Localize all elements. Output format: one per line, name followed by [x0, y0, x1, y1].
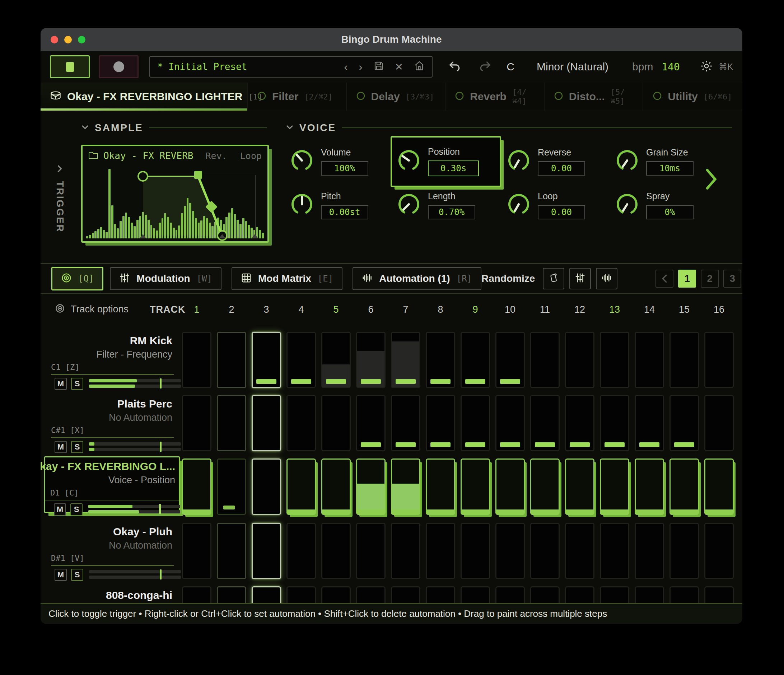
- tab-fx-4[interactable]: Reverb[4/⌘4]: [445, 82, 544, 110]
- step-cell-16[interactable]: [704, 459, 734, 515]
- param-value[interactable]: 0.00st: [321, 205, 368, 219]
- redo-icon[interactable]: [478, 60, 492, 73]
- step-cell-12[interactable]: [565, 395, 594, 451]
- step-cell-2[interactable]: [217, 332, 246, 388]
- knob[interactable]: [290, 149, 314, 174]
- undo-icon[interactable]: [448, 60, 462, 73]
- step-cell-15[interactable]: [669, 459, 699, 515]
- step-cell-5[interactable]: [321, 523, 351, 579]
- param-value[interactable]: 10ms: [646, 161, 694, 176]
- step-cell-13[interactable]: [600, 395, 629, 451]
- step-cell-11[interactable]: [530, 395, 560, 451]
- step-cell-13[interactable]: [600, 459, 629, 515]
- step-cell-15[interactable]: [669, 395, 699, 451]
- knob[interactable]: [397, 149, 421, 174]
- knob[interactable]: [397, 193, 421, 218]
- reverse-toggle[interactable]: Rev.: [206, 151, 227, 161]
- step-cell-3[interactable]: [252, 395, 281, 451]
- step-cell-5[interactable]: [321, 332, 351, 388]
- step-cell-2[interactable]: [217, 523, 246, 579]
- mute-button[interactable]: M: [54, 569, 67, 581]
- step-cell-16[interactable]: [704, 395, 734, 451]
- track-name[interactable]: Okay - FX REVERBINGO L...: [40, 460, 175, 473]
- step-cell-5[interactable]: [321, 395, 351, 451]
- step-cell-3[interactable]: [252, 459, 281, 515]
- step-cell-14[interactable]: [635, 395, 664, 451]
- step-cell-4[interactable]: [286, 332, 316, 388]
- knob[interactable]: [507, 193, 530, 218]
- save-preset-icon[interactable]: [373, 60, 384, 74]
- track-level-sliders[interactable]: [89, 442, 181, 453]
- step-cell-1[interactable]: [182, 395, 212, 451]
- step-cell-15[interactable]: [669, 523, 699, 579]
- step-cell-10[interactable]: [495, 395, 525, 451]
- step-cell-14[interactable]: [635, 523, 664, 579]
- param-value[interactable]: 0.00: [538, 205, 585, 219]
- step-cell-7[interactable]: [391, 395, 420, 451]
- step-cell-6[interactable]: [356, 332, 386, 388]
- track-name[interactable]: RM Kick: [130, 334, 172, 347]
- knob[interactable]: [615, 193, 639, 218]
- loop-toggle[interactable]: Loop: [240, 151, 262, 161]
- folder-icon[interactable]: [88, 151, 98, 161]
- track-level-sliders[interactable]: [89, 378, 181, 389]
- solo-button[interactable]: S: [70, 503, 82, 516]
- step-cell-11[interactable]: [530, 523, 560, 579]
- record-button[interactable]: [99, 55, 138, 78]
- collapse-sample-icon[interactable]: [81, 124, 89, 131]
- trigger-section-toggle[interactable]: TRIGGER: [51, 165, 68, 233]
- step-cell-7[interactable]: [391, 459, 420, 515]
- step-cell-12[interactable]: [565, 523, 594, 579]
- previous-preset-icon[interactable]: ‹: [344, 61, 348, 73]
- step-cell-3[interactable]: [252, 523, 281, 579]
- tab-fx-2[interactable]: Filter[2/⌘2]: [248, 82, 347, 110]
- knob[interactable]: [290, 193, 314, 218]
- next-preset-icon[interactable]: ›: [359, 61, 362, 73]
- bpm-value[interactable]: 140: [661, 61, 680, 73]
- param-value[interactable]: 0.70%: [428, 205, 475, 219]
- track-name[interactable]: 808-conga-hi: [106, 589, 172, 601]
- step-cell-9[interactable]: [460, 395, 490, 451]
- step-cell-14[interactable]: [635, 332, 664, 388]
- step-cell-7[interactable]: [391, 332, 420, 388]
- home-icon[interactable]: [414, 60, 425, 74]
- sample-file-name[interactable]: Okay - FX REVERBI...: [103, 151, 193, 161]
- step-cell-10[interactable]: [495, 459, 525, 515]
- page-button-2[interactable]: 2: [701, 270, 719, 288]
- step-cell-16[interactable]: [704, 332, 734, 388]
- delete-preset-icon[interactable]: ✕: [395, 61, 403, 73]
- scale-selector[interactable]: Minor (Natural): [537, 61, 608, 73]
- step-cell-7[interactable]: [391, 523, 420, 579]
- step-cell-16[interactable]: [704, 523, 734, 579]
- track-options-button[interactable]: Track options: [55, 303, 129, 315]
- tab-fx-6[interactable]: Utility[6/⌘6]: [643, 82, 742, 110]
- step-cell-6[interactable]: [356, 459, 386, 515]
- view-mode-button[interactable]: [Q]: [51, 267, 103, 291]
- step-cell-12[interactable]: [565, 459, 594, 515]
- step-cell-4[interactable]: [286, 395, 316, 451]
- page-button-3[interactable]: 3: [723, 270, 741, 288]
- track-level-sliders[interactable]: [88, 504, 180, 515]
- voice-next-page-icon[interactable]: [705, 168, 717, 192]
- sample-waveform-display[interactable]: Okay - FX REVERBI... Rev. Loop: [81, 145, 269, 243]
- tab-fx-3[interactable]: Delay[3/⌘3]: [347, 82, 446, 110]
- track-name[interactable]: Okay - Pluh: [113, 526, 172, 538]
- track-info[interactable]: Okay - PluhNo AutomationD#1 [V]MS: [46, 523, 176, 579]
- step-cell-4[interactable]: [286, 523, 316, 579]
- mod-matrix-button[interactable]: Mod Matrix[E]: [232, 267, 342, 290]
- step-cell-6[interactable]: [356, 523, 386, 579]
- step-cell-2[interactable]: [217, 459, 246, 515]
- param-value[interactable]: 100%: [321, 161, 368, 176]
- step-cell-12[interactable]: [565, 332, 594, 388]
- param-value[interactable]: 0.30s: [428, 160, 479, 176]
- param-value[interactable]: 0.00: [538, 161, 585, 176]
- waveform-area[interactable]: [86, 167, 264, 238]
- solo-button[interactable]: S: [71, 441, 83, 453]
- automation-1--button[interactable]: Automation (1)[R]: [353, 267, 481, 290]
- randomize-wave-button[interactable]: [596, 268, 618, 289]
- step-cell-4[interactable]: [286, 459, 316, 515]
- knob[interactable]: [615, 149, 639, 174]
- collapse-voice-icon[interactable]: [286, 124, 294, 131]
- mute-button[interactable]: M: [54, 503, 66, 516]
- step-cell-15[interactable]: [669, 332, 699, 388]
